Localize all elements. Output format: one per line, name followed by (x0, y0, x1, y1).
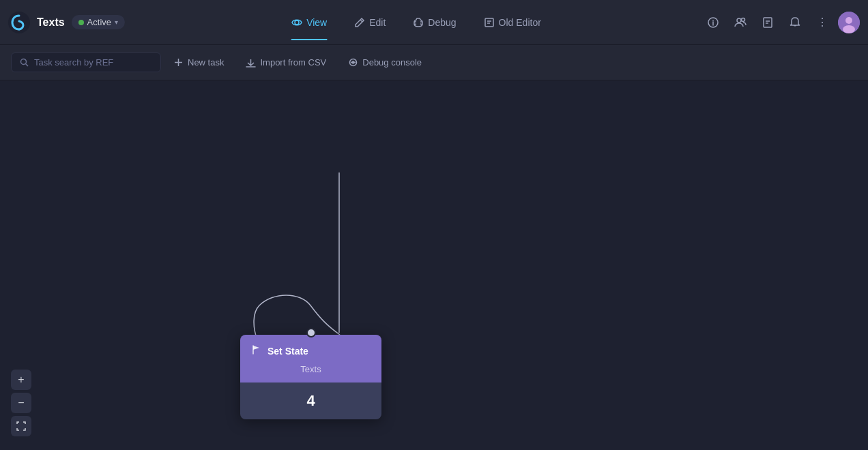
avatar[interactable] (838, 12, 860, 33)
node-card[interactable]: Set State Texts 4 (240, 335, 381, 419)
debug-label: Debug (428, 17, 456, 28)
users-button[interactable] (729, 11, 752, 34)
top-nav: Texts Active ▾ View Edit (0, 0, 868, 45)
more-button[interactable]: ⋮ (811, 11, 834, 34)
flag-icon (251, 344, 262, 357)
nav-old-editor-button[interactable]: Old Editor (472, 12, 553, 33)
svg-point-1 (295, 20, 299, 25)
node-wrapper[interactable]: Set State Texts 4 (240, 335, 381, 419)
svg-point-10 (21, 59, 27, 65)
new-task-label: New task (188, 57, 224, 68)
nav-edit-button[interactable]: Edit (342, 12, 398, 33)
old-editor-label: Old Editor (499, 17, 541, 28)
app-title: Texts (37, 16, 65, 29)
info-button[interactable] (701, 11, 725, 34)
import-csv-button[interactable]: Import from CSV (236, 53, 336, 72)
status-dot (78, 20, 84, 25)
canvas-svg (0, 80, 868, 450)
import-label: Import from CSV (260, 57, 326, 68)
debug-console-icon (348, 57, 358, 68)
svg-rect-2 (485, 18, 493, 27)
edit-label: Edit (369, 17, 386, 28)
node-header: Set State (240, 335, 381, 364)
nav-right: ⋮ (701, 11, 860, 34)
debug-console-label: Debug console (362, 57, 422, 68)
svg-point-4 (737, 18, 741, 22)
canvas[interactable]: Set State Texts 4 + − (0, 80, 868, 450)
zoom-in-button[interactable]: + (11, 370, 31, 390)
svg-rect-6 (764, 18, 772, 27)
node-count: 4 (240, 382, 381, 419)
new-task-button[interactable]: New task (164, 53, 233, 72)
import-icon (246, 57, 256, 68)
node-type-label: Set State (267, 346, 308, 357)
logo-area: Texts Active ▾ (8, 12, 131, 33)
bell-button[interactable] (783, 11, 807, 34)
toolbar: Task search by REF New task Import from … (0, 45, 868, 80)
chevron-down-icon: ▾ (115, 18, 118, 26)
nav-center: View Edit Debug Old Editor (131, 12, 701, 33)
fit-view-button[interactable] (11, 416, 31, 436)
zoom-controls: + − (11, 370, 31, 436)
search-icon (20, 58, 29, 67)
view-label: View (306, 17, 327, 28)
search-placeholder: Task search by REF (34, 57, 113, 68)
status-badge[interactable]: Active ▾ (72, 15, 125, 29)
status-label: Active (87, 17, 111, 27)
svg-point-5 (742, 18, 745, 21)
fit-icon (16, 421, 26, 431)
search-box[interactable]: Task search by REF (11, 52, 161, 72)
svg-point-12 (352, 61, 354, 63)
connection-dot (306, 328, 316, 338)
nav-debug-button[interactable]: Debug (401, 12, 468, 33)
svg-point-9 (843, 25, 855, 33)
nav-view-button[interactable]: View (279, 12, 339, 33)
zoom-out-button[interactable]: − (11, 393, 31, 413)
node-name-label: Texts (240, 364, 381, 382)
debug-console-button[interactable]: Debug console (338, 53, 431, 72)
plus-icon (173, 57, 184, 68)
logo-icon (8, 12, 30, 33)
notes-button[interactable] (756, 11, 779, 34)
svg-point-8 (845, 17, 852, 24)
